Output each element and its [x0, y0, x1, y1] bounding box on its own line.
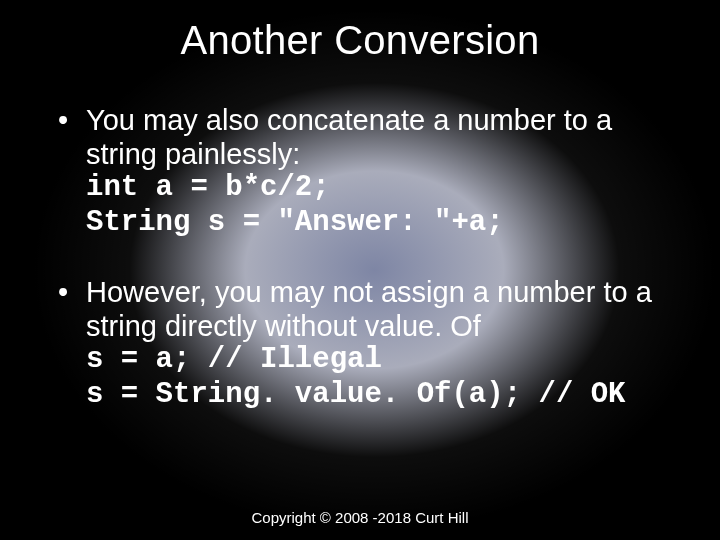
bullet-text: You may also concatenate a number to a s…: [86, 104, 612, 170]
bullet-item: You may also concatenate a number to a s…: [56, 103, 664, 241]
copyright-footer: Copyright © 2008 -2018 Curt Hill: [0, 509, 720, 526]
slide-title: Another Conversion: [56, 18, 664, 63]
code-block: int a = b*c/2; String s = "Answer: "+a;: [86, 171, 664, 241]
slide: Another Conversion You may also concaten…: [0, 0, 720, 540]
bullet-text: However, you may not assign a number to …: [86, 276, 652, 342]
bullet-list: You may also concatenate a number to a s…: [56, 103, 664, 413]
bullet-item: However, you may not assign a number to …: [56, 275, 664, 413]
code-block: s = a; // Illegal s = String. value. Of(…: [86, 343, 664, 413]
